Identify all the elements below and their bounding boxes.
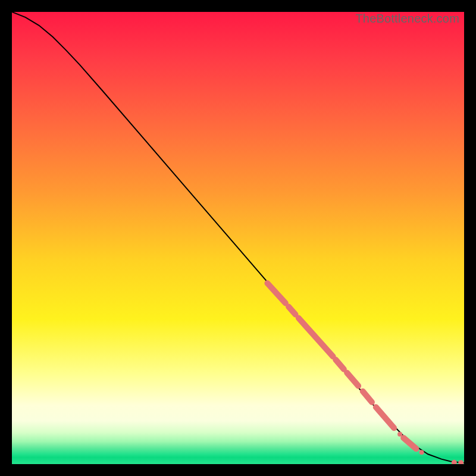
marker-dot (419, 450, 424, 455)
chart-frame: TheBottleneck.com (12, 12, 464, 464)
gradient-background (12, 12, 464, 464)
chart-svg (12, 12, 464, 464)
attribution-text: TheBottleneck.com (355, 12, 459, 26)
